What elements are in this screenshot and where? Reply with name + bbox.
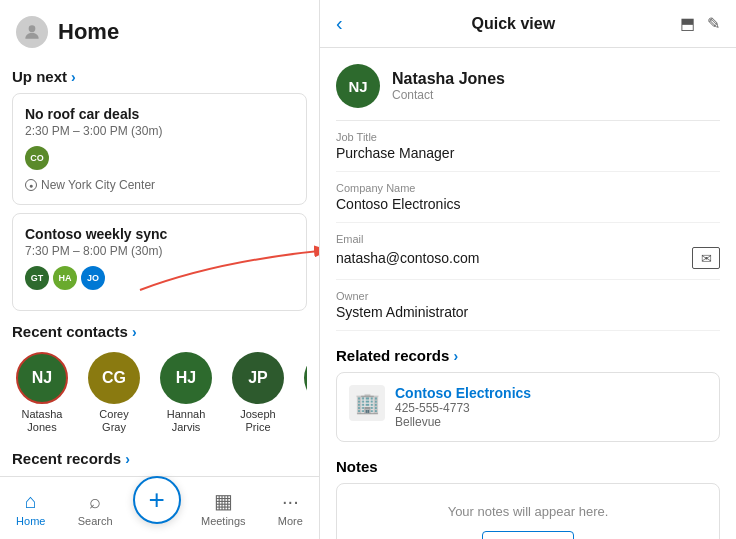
nav-search-label: Search (78, 515, 113, 527)
qv-field-company: Company Name Contoso Electronics (336, 172, 720, 223)
qv-label-owner: Owner (336, 290, 720, 302)
up-next-section-header[interactable]: Up next › (12, 68, 307, 85)
search-icon: ⌕ (89, 490, 101, 513)
page-title: Home (58, 19, 119, 45)
nav-more[interactable]: ··· More (266, 486, 315, 531)
card-title-0: No roof car deals (25, 106, 294, 122)
contact-item-cg[interactable]: CG CoreyGray (84, 352, 144, 434)
qv-contact-info: Natasha Jones Contact (392, 70, 505, 102)
bottom-nav: ⌂ Home ⌕ Search + ▦ Meetings ··· More (0, 476, 319, 539)
contact-avatar-nj: NJ (16, 352, 68, 404)
qv-value-email: natasha@contoso.com (336, 250, 479, 266)
user-avatar[interactable] (16, 16, 48, 48)
contact-item-hj[interactable]: HJ HannahJarvis (156, 352, 216, 434)
related-card-contoso[interactable]: 🏢 Contoso Electronics 425-555-4773 Belle… (336, 372, 720, 442)
contact-name-hj: HannahJarvis (167, 408, 206, 434)
card-title-1: Contoso weekly sync (25, 226, 294, 242)
notes-title: Notes (336, 458, 720, 475)
qv-label-company: Company Name (336, 182, 720, 194)
home-icon: ⌂ (25, 490, 37, 513)
related-records-section: Related records › 🏢 Contoso Electronics … (336, 347, 720, 442)
back-button[interactable]: ‹ (336, 12, 343, 35)
notes-section: Notes Your notes will appear here. Add a… (336, 458, 720, 539)
recent-records-header[interactable]: Recent records › (12, 450, 307, 467)
main-scroll: Up next › No roof car deals 2:30 PM – 3:… (0, 56, 319, 476)
recent-records-label: Recent records (12, 450, 121, 467)
qv-email-row: natasha@contoso.com ✉ (336, 247, 720, 269)
recent-contacts-header[interactable]: Recent contacts › (12, 323, 307, 340)
related-records-title: Related records (336, 347, 449, 364)
contact-avatar-cg: CG (88, 352, 140, 404)
qv-contact-header: NJ Natasha Jones Contact (336, 48, 720, 121)
quick-view-actions: ⬒ ✎ (680, 14, 720, 33)
related-records-chevron-icon: › (453, 348, 458, 364)
mini-avatar-ha: HA (53, 266, 77, 290)
related-records-header[interactable]: Related records › (336, 347, 720, 364)
contact-item-nj[interactable]: NJ NatashaJones (12, 352, 72, 434)
contacts-row: NJ NatashaJones CG CoreyGray HJ HannahJa… (12, 348, 307, 438)
card-no-roof[interactable]: No roof car deals 2:30 PM – 3:00 PM (30m… (12, 93, 307, 205)
mini-avatar-gt: GT (25, 266, 49, 290)
card-time-1: 7:30 PM – 8:00 PM (30m) (25, 244, 294, 258)
qv-field-owner: Owner System Administrator (336, 280, 720, 331)
quick-view-title: Quick view (355, 15, 672, 33)
card-avatar-co: CO (25, 146, 49, 170)
card-contoso-sync[interactable]: Contoso weekly sync 7:30 PM – 8:00 PM (3… (12, 213, 307, 311)
fab-button[interactable]: + (133, 476, 181, 524)
up-next-label: Up next (12, 68, 67, 85)
contact-avatar-hj: HJ (160, 352, 212, 404)
notes-empty-card: Your notes will appear here. Add a note (336, 483, 720, 539)
recent-records-chevron-icon: › (125, 451, 130, 467)
related-card-info: Contoso Electronics 425-555-4773 Bellevu… (395, 385, 531, 429)
nav-meetings-label: Meetings (201, 515, 246, 527)
add-note-button[interactable]: Add a note (482, 531, 575, 539)
qv-contact-avatar: NJ (336, 64, 380, 108)
related-company-city: Bellevue (395, 415, 531, 429)
up-next-chevron-icon: › (71, 69, 76, 85)
qv-contact-name: Natasha Jones (392, 70, 505, 88)
nav-search[interactable]: ⌕ Search (66, 486, 125, 531)
building-icon: 🏢 (349, 385, 385, 421)
mini-avatar-jo: JO (81, 266, 105, 290)
open-external-icon[interactable]: ⬒ (680, 14, 695, 33)
nav-home-label: Home (16, 515, 45, 527)
quick-view-header: ‹ Quick view ⬒ ✎ (320, 0, 736, 48)
qv-value-company: Contoso Electronics (336, 196, 720, 212)
edit-icon[interactable]: ✎ (707, 14, 720, 33)
card-avatars-1: GT HA JO (25, 266, 294, 290)
card-location-text: New York City Center (41, 178, 155, 192)
related-company-name: Contoso Electronics (395, 385, 531, 401)
card-avatars-0: CO (25, 146, 294, 170)
contact-item-m[interactable]: M MRo... (300, 352, 307, 434)
svg-point-0 (29, 25, 36, 32)
qv-contact-type: Contact (392, 88, 505, 102)
qv-value-job-title: Purchase Manager (336, 145, 720, 161)
contact-avatar-m: M (304, 352, 307, 404)
app-header: Home (0, 0, 319, 56)
nav-more-label: More (278, 515, 303, 527)
email-action-icon[interactable]: ✉ (692, 247, 720, 269)
qv-label-email: Email (336, 233, 720, 245)
contact-name-nj: NatashaJones (22, 408, 63, 434)
contact-name-jp: JosephPrice (240, 408, 275, 434)
qv-avatar-initials: NJ (348, 78, 367, 95)
quick-view-scroll: NJ Natasha Jones Contact Job Title Purch… (320, 48, 736, 539)
location-dot-icon: ● (25, 179, 37, 191)
nav-meetings[interactable]: ▦ Meetings (189, 485, 258, 531)
contact-avatar-jp: JP (232, 352, 284, 404)
nav-home[interactable]: ⌂ Home (4, 486, 57, 531)
qv-field-job-title: Job Title Purchase Manager (336, 121, 720, 172)
qv-field-email: Email natasha@contoso.com ✉ (336, 223, 720, 280)
fab-plus-icon: + (149, 484, 165, 516)
more-icon: ··· (282, 490, 299, 513)
quick-view-panel: ‹ Quick view ⬒ ✎ NJ Natasha Jones Contac… (320, 0, 736, 539)
related-company-phone: 425-555-4773 (395, 401, 531, 415)
qv-label-job-title: Job Title (336, 131, 720, 143)
card-time-0: 2:30 PM – 3:00 PM (30m) (25, 124, 294, 138)
contact-item-jp[interactable]: JP JosephPrice (228, 352, 288, 434)
card-location-0: ● New York City Center (25, 178, 294, 192)
notes-empty-text: Your notes will appear here. (357, 504, 699, 519)
contact-name-cg: CoreyGray (99, 408, 128, 434)
meetings-icon: ▦ (214, 489, 233, 513)
recent-contacts-label: Recent contacts (12, 323, 128, 340)
